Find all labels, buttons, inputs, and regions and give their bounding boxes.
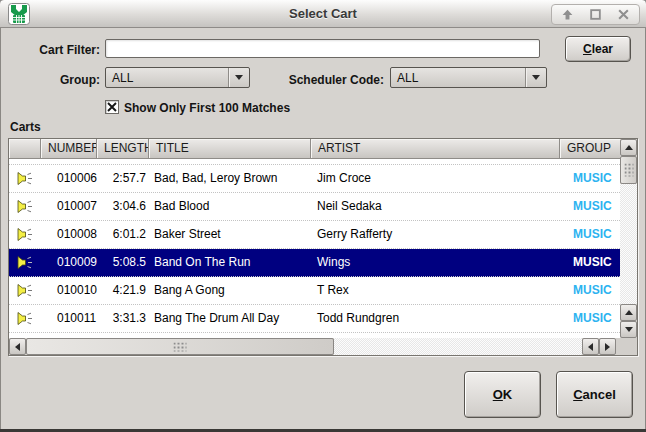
speaker-icon — [9, 165, 41, 192]
window-title: Select Cart — [0, 0, 646, 28]
title-bar[interactable]: Select Cart — [0, 0, 646, 28]
scroll-left-icon[interactable] — [582, 338, 599, 355]
maximize-window-icon[interactable] — [589, 8, 602, 21]
close-window-icon[interactable] — [617, 8, 630, 21]
cart-list: NUMBER LENGTH TITLE ARTIST GROUP 010005 … — [8, 138, 638, 356]
scheduler-code-select[interactable]: ALL — [390, 67, 547, 88]
group-label: Group: — [10, 73, 100, 87]
cart-list-viewport: 010005 2:55.5 Backstabbers O'Jays MUSIC … — [9, 159, 620, 338]
show-only-label: Show Only First 100 Matches — [124, 101, 290, 115]
vertical-scrollbar-track[interactable] — [620, 184, 637, 304]
group-select[interactable]: ALL — [105, 67, 250, 88]
shade-window-icon[interactable] — [561, 8, 574, 21]
speaker-icon — [9, 221, 41, 248]
cancel-button[interactable]: Cancel — [556, 371, 633, 418]
speaker-icon — [9, 193, 41, 220]
speaker-icon — [9, 277, 41, 304]
column-header-length[interactable]: LENGTH — [97, 139, 149, 158]
scrollbar-corner — [616, 338, 637, 355]
cart-filter-input[interactable] — [105, 39, 540, 58]
scroll-right-icon[interactable] — [599, 338, 616, 355]
vertical-scrollbar — [620, 139, 637, 338]
vertical-scrollbar-thumb[interactable] — [620, 156, 637, 184]
show-only-checkbox[interactable] — [105, 100, 119, 114]
column-header-title[interactable]: TITLE — [149, 139, 311, 158]
table-row[interactable]: 010006 2:57.7 Bad, Bad, Leroy Brown Jim … — [9, 165, 620, 193]
speaker-icon — [9, 249, 41, 276]
scroll-down-icon[interactable] — [620, 321, 637, 338]
table-row[interactable]: 010010 4:21.9 Bang A Gong T Rex MUSIC — [9, 277, 620, 305]
column-header-number[interactable]: NUMBER — [41, 139, 97, 158]
window-controls — [551, 4, 640, 25]
scroll-up-icon[interactable] — [620, 304, 637, 321]
ok-button[interactable]: OK — [464, 371, 541, 418]
horizontal-scrollbar-thumb[interactable] — [26, 338, 334, 355]
column-header-artist[interactable]: ARTIST — [311, 139, 560, 158]
table-row[interactable]: 010007 3:04.6 Bad Blood Neil Sedaka MUSI… — [9, 193, 620, 221]
cart-list-header: NUMBER LENGTH TITLE ARTIST GROUP — [9, 139, 637, 159]
scheduler-code-label: Scheduler Code: — [240, 73, 384, 87]
table-row[interactable]: 010008 6:01.2 Baker Street Gerry Raffert… — [9, 221, 620, 249]
scroll-up-icon[interactable] — [620, 139, 637, 156]
group-selected-value: ALL — [112, 71, 133, 85]
select-cart-dialog: Select Cart Cart Filter: Clear Group: AL… — [0, 0, 646, 432]
scroll-left-icon[interactable] — [9, 338, 26, 355]
table-row-selected[interactable]: 010009 5:08.5 Band On The Run Wings MUSI… — [9, 249, 620, 277]
horizontal-scrollbar — [9, 338, 616, 355]
horizontal-scrollbar-track[interactable] — [334, 338, 582, 355]
scheduler-dropdown-arrow-icon — [525, 68, 546, 87]
scheduler-selected-value: ALL — [397, 71, 418, 85]
carts-section-label: Carts — [10, 120, 41, 134]
speaker-icon — [9, 305, 41, 332]
speaker-icon — [9, 159, 41, 164]
clear-button[interactable]: Clear — [565, 36, 631, 62]
table-row[interactable]: 010011 3:31.3 Bang The Drum All Day Todd… — [9, 305, 620, 333]
cart-filter-label: Cart Filter: — [10, 43, 100, 57]
column-header-icon[interactable] — [9, 139, 41, 158]
